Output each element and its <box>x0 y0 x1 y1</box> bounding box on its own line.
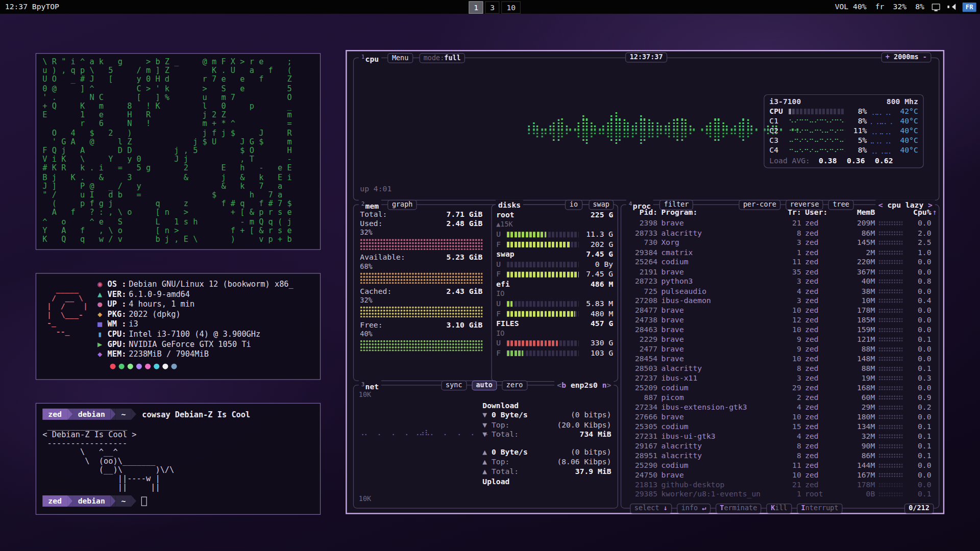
display-icon <box>932 4 940 10</box>
color-dot <box>119 364 125 369</box>
process-row[interactable]: 730 Xorg 3 zed 145M 2.5 <box>626 238 932 248</box>
proc-program: cmatrix <box>662 248 780 258</box>
proc-cpu: 0.2 <box>906 403 932 412</box>
proc-cpu-graph <box>879 463 903 468</box>
process-row[interactable]: 21813 github-desktop 21 zed 178M 0.0 <box>626 480 932 490</box>
menu-button[interactable]: Menu <box>387 53 413 63</box>
proc-pid: 29167 <box>626 441 657 451</box>
disk-name: root <box>496 210 514 220</box>
mem-stat-value: 5.23 GiB <box>447 253 483 262</box>
process-row[interactable]: 25290 codium 11 zed 144M 0.0 <box>626 461 932 470</box>
process-row[interactable]: 28454 brave 10 zed 148M 0.0 <box>626 354 932 364</box>
proc-program: brave <box>662 267 780 277</box>
disk-used-row: U330 G <box>496 338 613 348</box>
process-row[interactable]: 28463 brave 10 zed 159M 0.0 <box>626 325 932 335</box>
proc-program: alacritty <box>662 364 780 373</box>
net-mode-button[interactable]: sync <box>441 380 467 390</box>
proc-threads: 8 <box>784 364 801 373</box>
process-row[interactable]: 25209 codium 29 zed 168M 0.0 <box>626 383 932 393</box>
info-label: GPU: <box>108 339 129 349</box>
proc-action-button[interactable]: info ↵ <box>677 504 710 514</box>
mem-stat-value: 3.10 GiB <box>447 320 483 330</box>
interface-selector[interactable]: <b enp2s0 n> <box>554 380 614 390</box>
disk-io-label: IO <box>496 289 613 298</box>
proc-threads: 4 <box>784 403 801 412</box>
proc-pid: 27237 <box>626 373 657 383</box>
swap-toggle-button[interactable]: swap <box>589 199 614 210</box>
process-row[interactable]: 2229 brave 9 zed 121M 0.1 <box>626 335 932 344</box>
proc-cpu-graph <box>879 424 903 429</box>
proc-action-button[interactable]: Kill <box>767 504 792 514</box>
net-mode-button[interactable]: zero <box>502 380 527 390</box>
process-row[interactable]: 2477 brave 9 zed 88M 0.0 <box>626 344 932 354</box>
proc-cpu-graph <box>879 309 903 313</box>
process-row[interactable]: 27208 ibus-daemon 3 zed 10M 0.4 <box>626 296 932 306</box>
info-row: ◆PKG:2022 (dpkg) <box>97 309 314 319</box>
proc-action-button[interactable]: Terminate <box>716 504 762 514</box>
powerline-separator-icon <box>67 409 72 420</box>
proc-cpu: 0.9 <box>906 393 932 403</box>
prompt-input-line[interactable]: zeddebian~ <box>42 495 313 507</box>
process-row[interactable]: 25264 codium 11 zed 220M 0.0 <box>626 257 932 267</box>
process-row[interactable]: 887 picom 2 zed 60M 0.9 <box>626 393 932 403</box>
scroll-up-icon[interactable]: ↑ <box>933 208 937 217</box>
process-row[interactable]: 27237 ibus-x11 3 zed 19M 0.3 <box>626 373 932 383</box>
disk-used-meter <box>507 301 579 307</box>
proc-cpu-graph <box>879 241 903 245</box>
debian-ascii-logo: _____ / __ \ | / | | \___- -_ --_ <box>42 286 97 374</box>
process-row[interactable]: 28477 brave 10 zed 178M 0.0 <box>626 306 932 315</box>
proc-pid: 28503 <box>626 364 657 373</box>
process-row[interactable]: 2191 brave 35 zed 367M 0.0 <box>626 267 932 277</box>
process-row[interactable]: 28503 alacritty 8 zed 88M 0.1 <box>626 364 932 373</box>
bar-title: 12:37 BpyTOP <box>5 3 59 11</box>
info-value: Intel i3-7100 (4) @ 3.900GHz <box>129 329 260 338</box>
process-row[interactable]: 27666 brave 10 zed 180M 0.0 <box>626 412 932 422</box>
proc-pid: 887 <box>626 393 657 403</box>
workspace-button[interactable]: 1 <box>469 1 483 13</box>
proc-cpu: 0.8 <box>906 277 932 286</box>
proc-threads: 2 <box>784 393 801 403</box>
core-label: C1 <box>769 117 786 126</box>
process-row[interactable]: 27231 ibus-ui-gtk3 4 zed 32M 0.1 <box>626 432 932 441</box>
proc-action-button[interactable]: select ↓ <box>630 504 672 514</box>
workspace-button[interactable]: 10 <box>502 1 521 13</box>
process-row[interactable]: 725 pulseaudio 4 zed 38M 0.0 <box>626 286 932 296</box>
info-value: 6.1.0-9-amd64 <box>129 289 190 298</box>
core-usage-graph: ⠤⠒⠔⠢⠒⠤⠒⠔⠢⠒⠤⠒⠔ <box>789 136 845 144</box>
workspace-button[interactable]: 3 <box>485 1 499 13</box>
cow-line: || || <box>42 483 313 492</box>
graph-toggle-button[interactable]: graph <box>387 199 417 210</box>
proc-mem: 19M <box>846 373 875 383</box>
io-mode-button[interactable]: io <box>565 199 582 210</box>
process-row[interactable]: 28723 python3 3 zed 40M 0.8 <box>626 277 932 286</box>
info-row: ▮CPU:Intel i3-7100 (4) @ 3.900GHz <box>97 329 314 339</box>
keyboard-layout-badge[interactable]: FR <box>963 2 976 11</box>
process-row[interactable]: 24750 brave 10 zed 167M 0.0 <box>626 470 932 480</box>
proc-pid: 24738 <box>626 315 657 325</box>
proc-program: brave <box>662 344 780 354</box>
process-row[interactable]: 29384 cmatrix 1 zed 2M 1.0 <box>626 248 932 258</box>
proc-action-button[interactable]: Interrupt <box>797 504 843 514</box>
proc-program: brave <box>662 306 780 315</box>
process-row[interactable]: 29385 kworker/u8:1-events_un 1 root 0B 0… <box>626 490 932 499</box>
cpu-temp-graph: ⢀⣀⡀⢀⡀ <box>870 108 892 115</box>
proc-pid: 28951 <box>626 451 657 461</box>
process-row[interactable]: 27234 ibus-extension-gtk3 4 zed 29M 0.2 <box>626 403 932 412</box>
mode-button[interactable]: mode:full <box>419 53 465 63</box>
net-mode-button[interactable]: auto <box>472 380 497 390</box>
process-row[interactable]: 28951 alacritty 8 zed 86M 0.1 <box>626 451 932 461</box>
uptime-label: up 4:01 <box>360 184 391 193</box>
proc-user: zed <box>805 257 842 267</box>
clock: 12:37:37 <box>625 53 667 63</box>
cowsay-terminal: zeddebian~ cowsay Debian-Z Is Cool _____… <box>36 403 321 515</box>
logo-line: | / | <box>42 303 97 311</box>
process-row[interactable]: 24738 brave 12 zed 185M 0.0 <box>626 315 932 325</box>
process-row[interactable]: 25305 codium 15 zed 134M 0.1 <box>626 422 932 432</box>
process-row[interactable]: 2398 brave 21 zed 209M 0.0 <box>626 219 932 229</box>
proc-cpu-graph <box>879 270 903 274</box>
process-row[interactable]: 28733 alacritty 8 zed 86M 2.0 <box>626 229 932 238</box>
proc-threads: 29 <box>784 383 801 393</box>
proc-user: zed <box>805 461 842 470</box>
process-row[interactable]: 29167 alacritty 8 zed 90M 0.1 <box>626 441 932 451</box>
refresh-interval-control[interactable]: + 2000ms - <box>881 53 931 63</box>
